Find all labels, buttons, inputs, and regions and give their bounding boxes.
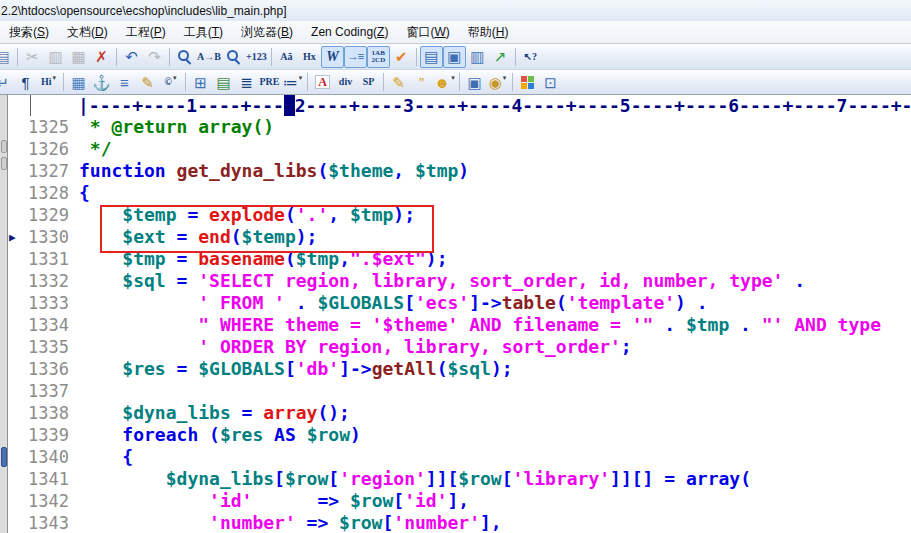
menu-item-b[interactable]: 浏览器(B) xyxy=(232,21,302,43)
menu-mnemonic: Z xyxy=(377,25,384,39)
spell-check-icon[interactable]: Aã xyxy=(275,46,298,68)
list-icon[interactable]: ≔▾ xyxy=(281,71,304,93)
line-number: 1325 xyxy=(9,116,69,138)
code-line: 1328{ xyxy=(0,182,911,204)
find-in-files-icon[interactable] xyxy=(222,46,245,68)
menu-label: ) xyxy=(384,25,388,39)
code-text: $dyna_libs[$row['region']][$row['library… xyxy=(79,468,751,490)
file-panel-icon[interactable]: ▣ xyxy=(443,46,466,68)
table-icon-glyph: ⊞ xyxy=(194,75,207,90)
toolbar-separator xyxy=(512,73,513,91)
code-text: $dyna_libs = array(); xyxy=(79,402,350,424)
hr-icon[interactable]: ≡ xyxy=(113,71,136,93)
new-document-icon[interactable]: ▤ xyxy=(0,46,14,68)
cliptext-panel-icon[interactable]: ▤ xyxy=(420,46,443,68)
title-bar: 2.2\htdocs\opensource\ecshop\includes\li… xyxy=(0,0,911,21)
menu-item-z[interactable]: Zen Coding(Z) xyxy=(302,21,397,43)
word-wrap-icon[interactable]: W xyxy=(321,46,344,68)
line-break-icon[interactable]: ↵ xyxy=(0,71,14,93)
menu-label: 窗口( xyxy=(406,24,434,41)
menu-mnemonic: T xyxy=(212,25,219,39)
toolbar-separator xyxy=(63,73,64,91)
edit-quote-icon[interactable]: ✎ xyxy=(387,71,410,93)
div-center-icon-glyph: ▤ xyxy=(216,75,230,90)
justify-icon[interactable]: ≣ xyxy=(235,71,258,93)
line-number: 1339 xyxy=(9,424,69,446)
copy-icon[interactable]: ▥ xyxy=(44,46,67,68)
menu-item-p[interactable]: 工程(P) xyxy=(117,21,175,43)
form-icon[interactable]: ▣ xyxy=(463,71,486,93)
image-icon-glyph: ▦ xyxy=(71,75,85,90)
delete-icon[interactable]: ✗ xyxy=(90,46,113,68)
menu-item-w[interactable]: 窗口(W) xyxy=(397,21,458,43)
quote-icon-glyph: ” xyxy=(419,75,424,90)
line-number: 1328 xyxy=(9,182,69,204)
heading-icon[interactable]: Hi▾ xyxy=(37,71,60,93)
dropdown-arrow-icon: ▾ xyxy=(173,74,177,82)
pre-icon[interactable]: PRE xyxy=(258,71,281,93)
menu-mnemonic: D xyxy=(95,25,104,39)
code-text: { xyxy=(79,446,133,468)
users-icon[interactable]: ☻▾ xyxy=(433,71,456,93)
form-icon-glyph: ▣ xyxy=(467,75,481,90)
layout-icon[interactable]: ⊡ xyxy=(539,71,562,93)
cut-icon-glyph: ✂ xyxy=(26,49,39,64)
syntax-check-icon[interactable]: ✔ xyxy=(390,46,413,68)
anchor-doc-icon[interactable]: A xyxy=(311,71,334,93)
line-number-icon[interactable]: 1AB2CD xyxy=(367,46,390,68)
justify-icon-glyph: ≣ xyxy=(240,75,253,90)
menu-label: ) xyxy=(504,25,508,39)
redo-icon[interactable]: ↷ xyxy=(143,46,166,68)
code-editor[interactable]: 1325 * @return array()1326 */1327functio… xyxy=(0,116,911,533)
code-line: 1331 $tmp = basename($tmp,".$ext"); xyxy=(0,248,911,270)
indent-guide-icon[interactable]: →≡ xyxy=(344,46,367,68)
menu-item-h[interactable]: 帮助(H) xyxy=(459,21,518,43)
find-icon[interactable] xyxy=(173,46,196,68)
code-text: $temp = explode('.', $tmp); xyxy=(79,204,415,226)
image-icon[interactable]: ▦ xyxy=(67,71,90,93)
context-help-icon[interactable]: ↖? xyxy=(519,46,542,68)
undo-icon[interactable]: ↶ xyxy=(120,46,143,68)
code-text: " WHERE theme = '$theme' AND filename = … xyxy=(79,314,881,336)
span-icon[interactable]: SP xyxy=(357,71,380,93)
line-number: 1326 xyxy=(9,138,69,160)
users-icon-glyph: ☻ xyxy=(434,75,450,90)
heading-icon-label: Hi xyxy=(41,77,52,87)
div-icon[interactable]: div xyxy=(334,71,357,93)
menu-item-t[interactable]: 工具(T) xyxy=(175,21,232,43)
line-number: 1335 xyxy=(9,336,69,358)
edit-quote-icon-glyph: ✎ xyxy=(392,75,405,90)
toolbar-separator xyxy=(116,48,117,66)
redo-icon-glyph: ↷ xyxy=(148,49,161,64)
pre-icon-label: PRE xyxy=(260,77,280,87)
code-text: $ext = end($temp); xyxy=(79,226,317,248)
menu-mnemonic: B xyxy=(281,25,289,39)
menu-label: 工具( xyxy=(184,24,212,41)
color-palette-icon[interactable] xyxy=(516,71,539,93)
browser-preview-icon-glyph: ↗ xyxy=(494,49,507,64)
toolbar-standard: ▤✂▥▦✗↶↷A→B+123AãHxW→≡1AB2CD✔▤▣▥↗↖? xyxy=(0,44,911,70)
menu-item-s[interactable]: 搜索(S) xyxy=(0,21,58,43)
goto-line-icon[interactable]: +123 xyxy=(245,46,268,68)
cut-icon[interactable]: ✂ xyxy=(21,46,44,68)
list-icon-glyph: ≔ xyxy=(283,75,298,90)
table-icon[interactable]: ⊞ xyxy=(189,71,212,93)
hex-view-icon[interactable]: Hx xyxy=(298,46,321,68)
anchor-icon[interactable]: ⚓ xyxy=(90,71,113,93)
line-number: 1340 xyxy=(9,446,69,468)
div-center-icon[interactable]: ▤ xyxy=(212,71,235,93)
menu-item-d[interactable]: 文档(D) xyxy=(58,21,117,43)
paste-icon[interactable]: ▦ xyxy=(67,46,90,68)
preview-window-icon[interactable]: ▥ xyxy=(466,46,489,68)
browser-preview-icon[interactable]: ↗ xyxy=(489,46,512,68)
edit-pencil-icon[interactable]: ✎ xyxy=(136,71,159,93)
menu-label: 工程( xyxy=(126,24,154,41)
quote-icon[interactable]: ” xyxy=(410,71,433,93)
side-strip-mark xyxy=(1,447,7,467)
menu-label: ) xyxy=(446,25,450,39)
copyright-icon[interactable]: ©▾ xyxy=(159,71,182,93)
replace-icon[interactable]: A→B xyxy=(196,46,222,68)
layout-icon-glyph: ⊡ xyxy=(544,75,557,90)
paragraph-icon[interactable]: ¶ xyxy=(14,71,37,93)
radio-button-icon[interactable]: ◉▾ xyxy=(486,71,509,93)
